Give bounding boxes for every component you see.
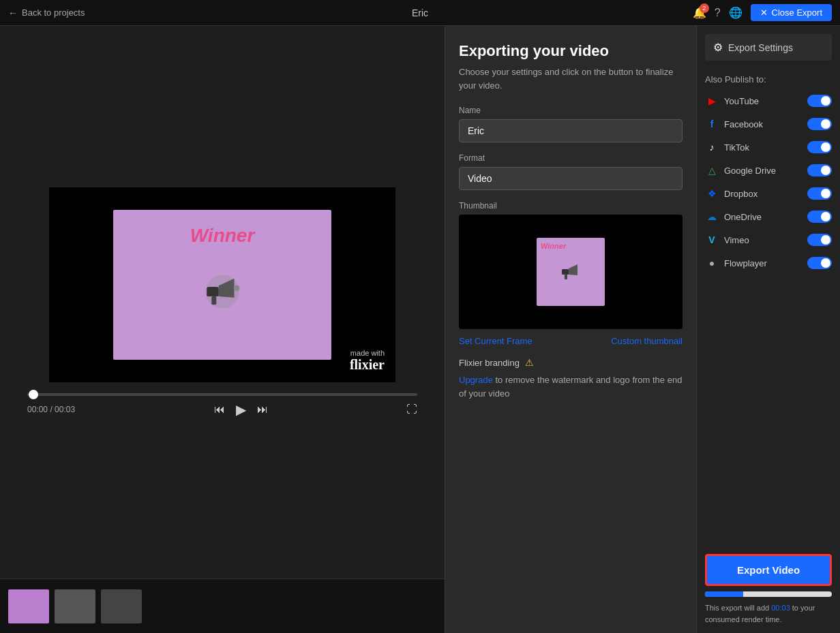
- time-display: 00:00 / 00:03: [27, 405, 75, 414]
- flixier-watermark: made with flixier: [350, 349, 385, 373]
- video-inner: Winner: [113, 210, 331, 360]
- format-label: Format: [459, 153, 682, 163]
- warning-icon: ⚠: [525, 357, 534, 368]
- fast-forward-button[interactable]: ⏭: [257, 403, 268, 416]
- format-input[interactable]: [459, 167, 682, 190]
- export-title: Exporting your video: [459, 42, 682, 60]
- render-info: This export will add 00:03 to your consu…: [705, 602, 832, 625]
- dropbox-icon: ❖: [705, 187, 719, 200]
- made-with-text: made with: [350, 349, 385, 357]
- upgrade-link[interactable]: Upgrade: [459, 375, 493, 385]
- notification-badge: 2: [700, 3, 709, 13]
- flowplayer-toggle[interactable]: [807, 257, 832, 269]
- youtube-toggle[interactable]: [807, 95, 832, 107]
- render-info-prefix: This export will add: [705, 604, 771, 612]
- dropbox-toggle[interactable]: [807, 187, 832, 200]
- project-name: Eric: [412, 7, 428, 18]
- dropbox-label: Dropbox: [724, 189, 758, 199]
- main-layout: Winner made with flixier: [0, 26, 840, 633]
- close-export-label: Close Export: [772, 7, 822, 18]
- publish-item-youtube: ▶ YouTube: [705, 94, 832, 108]
- play-button[interactable]: ▶: [236, 401, 246, 418]
- progress-bar[interactable]: [27, 393, 417, 396]
- name-label: Name: [459, 106, 682, 115]
- branding-label: Flixier branding: [459, 358, 520, 368]
- set-current-frame-link[interactable]: Set Current Frame: [459, 336, 532, 346]
- vimeo-toggle[interactable]: [807, 234, 832, 246]
- progress-indicator: [29, 390, 38, 399]
- facebook-icon: f: [705, 117, 719, 131]
- winner-text: Winner: [190, 225, 255, 247]
- fullscreen-button[interactable]: ⛶: [406, 403, 417, 416]
- name-input[interactable]: [459, 119, 682, 142]
- publish-item-tiktok: ♪ TikTok: [705, 140, 832, 154]
- time-current: 00:00: [27, 405, 48, 414]
- youtube-label: YouTube: [724, 96, 759, 106]
- thumbnail-label: Thumbnail: [459, 201, 682, 211]
- googledrive-toggle[interactable]: [807, 164, 832, 176]
- export-video-button[interactable]: Export Video: [705, 554, 832, 586]
- flowplayer-icon: ●: [705, 256, 719, 270]
- tiktok-toggle[interactable]: [807, 141, 832, 153]
- svg-point-4: [234, 285, 240, 291]
- onedrive-icon: ☁: [705, 210, 719, 223]
- settings-header: ⚙ Export Settings: [705, 34, 832, 61]
- thumbnail-inner: Winner: [537, 238, 605, 306]
- topbar: ← Back to projects Eric 🔔 2 ? 🌐 ✕ Close …: [0, 0, 840, 26]
- thumbnail-preview: Winner: [459, 215, 682, 329]
- also-publish-label: Also Publish to:: [705, 74, 832, 84]
- vimeo-icon: V: [705, 233, 719, 247]
- svg-rect-5: [562, 269, 569, 275]
- upgrade-text: Upgrade to remove the watermark and logo…: [459, 373, 682, 400]
- svg-rect-1: [207, 287, 219, 296]
- video-area: Winner made with flixier: [0, 26, 445, 633]
- settings-header-label: Export Settings: [728, 42, 793, 53]
- googledrive-label: Google Drive: [724, 166, 776, 176]
- svg-marker-6: [569, 264, 578, 275]
- onedrive-label: OneDrive: [724, 212, 762, 222]
- facebook-toggle[interactable]: [807, 118, 832, 130]
- close-icon: ✕: [760, 7, 768, 18]
- strip-thumbnail-2: [55, 589, 95, 623]
- publish-item-vimeo: V Vimeo: [705, 233, 832, 247]
- flixier-brand-text: flixier: [350, 357, 385, 373]
- upgrade-suffix: to remove the watermark and logo from th…: [459, 375, 682, 399]
- strip-thumbnail-3: [101, 589, 142, 623]
- tiktok-label: TikTok: [724, 142, 749, 153]
- googledrive-icon: △: [705, 164, 719, 177]
- publish-item-googledrive: △ Google Drive: [705, 164, 832, 177]
- publish-item-onedrive: ☁ OneDrive: [705, 210, 832, 223]
- custom-thumbnail-link[interactable]: Custom thumbnail: [611, 336, 682, 346]
- help-button[interactable]: ?: [715, 7, 721, 19]
- topbar-actions: 🔔 2 ? 🌐 ✕ Close Export: [693, 4, 832, 21]
- publish-item-dropbox: ❖ Dropbox: [705, 187, 832, 200]
- export-progress-fill: [705, 591, 743, 597]
- settings-panel: ⚙ Export Settings Also Publish to: ▶ You…: [697, 26, 840, 633]
- rewind-button[interactable]: ⏮: [214, 403, 225, 416]
- megaphone-icon: [198, 268, 246, 315]
- strip-thumbnail-1: [8, 589, 49, 623]
- vimeo-label: Vimeo: [724, 235, 749, 245]
- thumb-megaphone-icon: [557, 258, 584, 285]
- publish-item-flowplayer: ● Flowplayer: [705, 256, 832, 270]
- svg-rect-7: [565, 275, 567, 279]
- back-to-projects[interactable]: ← Back to projects: [8, 7, 85, 18]
- notifications-button[interactable]: 🔔 2: [693, 6, 706, 19]
- back-arrow-icon: ←: [8, 7, 18, 18]
- thumb-winner-text: Winner: [541, 242, 566, 250]
- export-progress-bar: [705, 591, 832, 597]
- export-video-section: Export Video This export will add 00:03 …: [705, 554, 832, 625]
- onedrive-toggle[interactable]: [807, 211, 832, 223]
- timeline-strip: [0, 578, 445, 633]
- facebook-label: Facebook: [724, 119, 763, 129]
- language-button[interactable]: 🌐: [729, 6, 742, 19]
- branding-row: Flixier branding ⚠: [459, 357, 682, 368]
- close-export-button[interactable]: ✕ Close Export: [751, 4, 832, 21]
- controls-row: 00:00 / 00:03 ⏮ ▶ ⏭ ⛶: [27, 401, 417, 418]
- video-canvas: Winner made with flixier: [49, 187, 395, 382]
- back-label: Back to projects: [22, 7, 85, 18]
- publish-item-facebook: f Facebook: [705, 117, 832, 131]
- gear-icon: ⚙: [713, 41, 723, 54]
- play-controls: ⏮ ▶ ⏭: [214, 401, 268, 418]
- svg-rect-3: [211, 296, 216, 305]
